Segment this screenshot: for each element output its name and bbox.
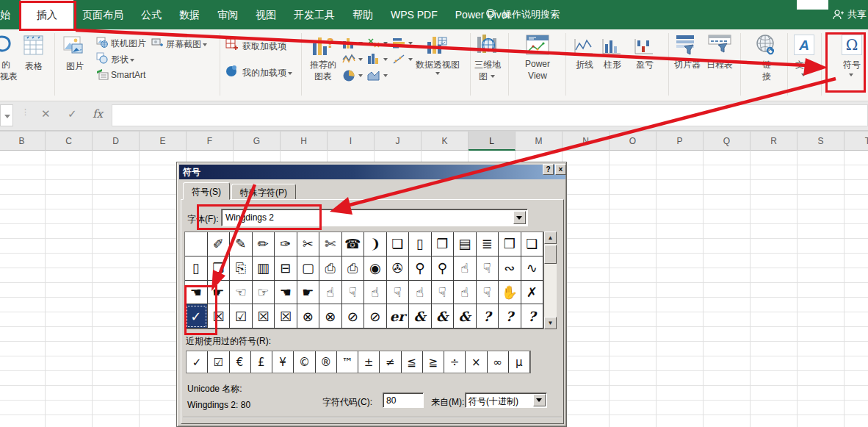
recent-symbol-cell[interactable]: × — [466, 351, 487, 373]
symbol-cell[interactable]: ⎘ — [230, 256, 253, 281]
from-dropdown-button[interactable] — [533, 394, 546, 406]
timeline-button[interactable]: 日程表 — [704, 59, 736, 71]
column-header-D[interactable]: D — [93, 132, 140, 151]
ribbon-tab-7[interactable]: 帮助 — [344, 0, 382, 29]
symbol-cell[interactable]: ☒ — [253, 304, 275, 329]
symbol-cell[interactable]: ✗ — [521, 281, 544, 305]
symbol-cell[interactable]: ☝ — [454, 256, 477, 281]
symbol-cell[interactable]: ❐ — [432, 232, 455, 256]
shapes-button[interactable]: 形状 — [111, 54, 134, 66]
slicer-button[interactable]: 切片器 — [671, 59, 704, 71]
column-header-K[interactable]: K — [422, 132, 469, 151]
column-header-G[interactable]: G — [234, 132, 281, 151]
chevron-down-icon[interactable] — [358, 58, 363, 61]
sparkline-winloss-button[interactable]: 盈亏 — [634, 59, 656, 71]
name-box[interactable] — [0, 104, 13, 126]
symbol-cell[interactable]: ◉ — [364, 256, 387, 281]
recommended-charts-line2[interactable]: 图表 — [307, 71, 339, 83]
symbol-cell[interactable]: ✋ — [499, 281, 521, 305]
picture-button[interactable]: 图片 — [62, 60, 88, 73]
symbol-cell[interactable]: ☝ — [409, 281, 432, 305]
symbol-cell[interactable]: ⊘ — [342, 304, 365, 329]
close-button[interactable]: × — [555, 164, 566, 175]
symbol-cell[interactable]: ✐ — [208, 232, 231, 256]
tell-me-search[interactable]: 操作说明搜索 — [485, 0, 560, 29]
symbol-cell[interactable]: ▯ — [185, 256, 208, 281]
symbol-cell[interactable]: ☑ — [230, 304, 253, 329]
symbol-cell[interactable]: ∿ — [521, 256, 544, 281]
chevron-down-icon[interactable] — [408, 42, 413, 45]
get-addins-button[interactable]: 获取加载项 — [242, 40, 286, 53]
symbol-cell[interactable]: ✇ — [387, 256, 410, 281]
symbol-cell[interactable]: ⚲ — [432, 256, 455, 281]
font-dropdown-button[interactable] — [513, 211, 526, 224]
scroll-up-button[interactable]: ▲ — [544, 232, 557, 244]
column-header-E[interactable]: E — [140, 132, 187, 151]
symbol-cell[interactable]: ✄ — [319, 232, 342, 256]
symbol-cell[interactable]: ✑ — [275, 232, 297, 256]
scroll-down-button[interactable]: ▼ — [544, 317, 557, 329]
tab-special-characters[interactable]: 特殊字符(P) — [231, 184, 296, 200]
recent-symbol-cell[interactable]: µ — [509, 351, 530, 373]
symbol-cell[interactable]: ❒ — [208, 256, 231, 281]
recent-symbol-cell[interactable]: ✓ — [187, 351, 208, 373]
symbol-cell[interactable]: ? — [521, 304, 544, 329]
column-header-N[interactable]: N — [563, 132, 610, 151]
symbol-cell[interactable]: ⚲ — [409, 256, 432, 281]
symbol-cell[interactable]: & — [432, 304, 455, 329]
chevron-down-icon[interactable] — [358, 74, 363, 77]
symbol-cell[interactable]: ▢ — [297, 256, 320, 281]
symbol-cell[interactable]: ✂ — [297, 232, 320, 256]
sparkline-column-button[interactable]: 柱形 — [601, 59, 623, 71]
ribbon-tab-5[interactable]: 视图 — [247, 0, 285, 29]
screenshot-button[interactable]: 屏幕截图 — [166, 38, 207, 51]
recent-symbol-cell[interactable]: ™ — [337, 351, 358, 373]
symbol-cell[interactable]: ☟ — [387, 281, 410, 305]
symbol-cell[interactable]: ❩ — [364, 232, 387, 256]
formula-bar-handle[interactable]: ⋮ — [21, 110, 23, 122]
symbol-cell[interactable]: er — [387, 304, 410, 329]
recent-symbol-cell[interactable]: ® — [316, 351, 337, 373]
symbol-cell[interactable]: ▤ — [454, 232, 477, 256]
column-header-O[interactable]: O — [610, 132, 657, 151]
enter-button[interactable]: ✓ — [68, 107, 77, 121]
ribbon-tab-4[interactable]: 审阅 — [209, 0, 247, 29]
recent-symbol-cell[interactable]: ÷ — [444, 351, 466, 373]
column-header-R[interactable]: R — [751, 132, 798, 151]
font-combobox[interactable]: Wingdings 2 — [221, 209, 528, 226]
recent-symbol-cell[interactable]: ¥ — [272, 351, 294, 373]
cancel-button[interactable]: ✕ — [41, 107, 51, 121]
ribbon-tab-3[interactable]: 数据 — [170, 0, 209, 29]
power-view-line2[interactable]: View — [521, 71, 554, 81]
symbol-cell[interactable]: & — [454, 304, 477, 329]
ribbon-tab-insert[interactable]: 插入 — [21, 0, 73, 29]
symbol-cell[interactable]: ☒ — [275, 304, 297, 329]
symbol-cell[interactable]: ☝ — [319, 281, 342, 305]
column-header-P[interactable]: P — [657, 132, 704, 151]
ribbon-tab-home-partial[interactable]: 始 — [0, 0, 10, 29]
symbol-cell[interactable]: & — [409, 304, 432, 329]
ribbon-tab-6[interactable]: 开发工具 — [285, 0, 344, 29]
symbol-cell[interactable]: ☎ — [342, 232, 365, 256]
symbol-cell[interactable]: ❏ — [521, 232, 544, 256]
insert-function-button[interactable]: fx — [93, 107, 103, 121]
my-addins-button[interactable]: 我的加载项 — [242, 67, 292, 79]
column-header-M[interactable]: M — [516, 132, 563, 151]
symbol-cell[interactable]: ▯ — [409, 232, 432, 256]
symbol-cell[interactable]: ☟ — [432, 281, 455, 305]
sparkline-line-button[interactable]: 折线 — [574, 59, 596, 71]
recent-symbol-cell[interactable]: ≧ — [423, 351, 444, 373]
recent-symbol-cell[interactable]: ± — [358, 351, 380, 373]
ribbon-tab-1[interactable]: 页面布局 — [73, 0, 132, 29]
symbol-cell[interactable]: ⊗ — [297, 304, 320, 329]
symbol-cell[interactable]: ⎙ — [319, 256, 342, 281]
symbol-cell[interactable]: ☟ — [342, 281, 365, 305]
column-header-L[interactable]: L — [469, 132, 516, 151]
column-header-T[interactable]: T — [845, 132, 868, 151]
pivot-chart-button[interactable]: 数据透视图 — [410, 59, 466, 71]
chevron-down-icon[interactable] — [358, 42, 363, 45]
symbol-cell[interactable]: ✓ — [185, 304, 208, 329]
symbol-cell[interactable]: ❏ — [387, 232, 410, 256]
column-header-C[interactable]: C — [46, 132, 93, 151]
symbol-cell[interactable]: ⊗ — [319, 304, 342, 329]
